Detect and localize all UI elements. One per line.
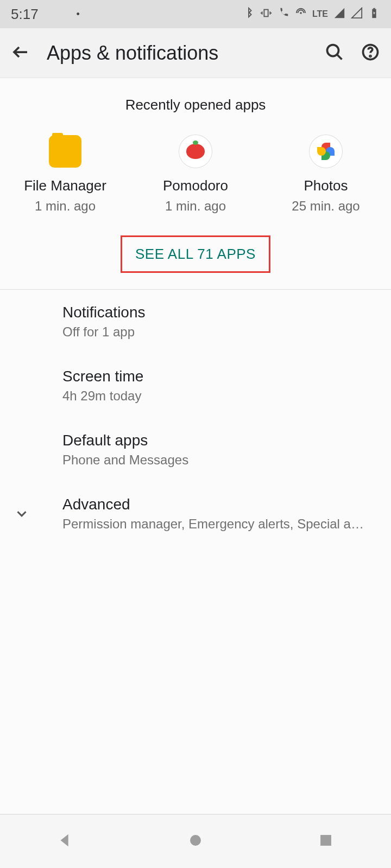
app-name: File Manager xyxy=(24,177,106,194)
app-time: 25 min. ago xyxy=(292,199,360,214)
search-icon[interactable] xyxy=(325,42,344,64)
app-time: 1 min. ago xyxy=(35,199,96,214)
svg-point-13 xyxy=(190,835,201,846)
system-nav-bar xyxy=(0,814,391,868)
dot-icon: • xyxy=(77,9,80,20)
help-icon[interactable] xyxy=(361,42,380,64)
setting-title: Notifications xyxy=(62,304,380,321)
svg-point-7 xyxy=(300,12,302,14)
hotspot-icon xyxy=(295,7,307,22)
see-all-apps-button[interactable]: SEE ALL 71 APPS xyxy=(121,235,270,273)
setting-sub: Permission manager, Emergency alerts, Sp… xyxy=(62,516,367,532)
setting-title: Advanced xyxy=(62,496,367,513)
setting-title: Default apps xyxy=(62,432,380,449)
setting-sub: 4h 29m today xyxy=(62,388,380,404)
recent-apps-row: File Manager 1 min. ago Pomodoro 1 min. … xyxy=(0,124,391,230)
tomato-icon xyxy=(179,135,212,168)
signal2-icon xyxy=(351,7,363,22)
nav-back-icon[interactable] xyxy=(56,831,74,852)
app-time: 1 min. ago xyxy=(165,199,226,214)
setting-screen-time[interactable]: Screen time 4h 29m today xyxy=(0,354,391,418)
setting-advanced[interactable]: Advanced Permission manager, Emergency a… xyxy=(0,482,391,546)
lte-label: LTE xyxy=(312,9,328,19)
app-item-pomodoro[interactable]: Pomodoro 1 min. ago xyxy=(141,135,250,214)
app-item-file-manager[interactable]: File Manager 1 min. ago xyxy=(11,135,119,214)
setting-default-apps[interactable]: Default apps Phone and Messages xyxy=(0,418,391,482)
content-area: Recently opened apps File Manager 1 min.… xyxy=(0,78,391,814)
recent-apps-header: Recently opened apps xyxy=(0,78,391,124)
folder-icon xyxy=(49,135,81,168)
vibrate-icon xyxy=(260,7,272,22)
page-title: Apps & notifications xyxy=(47,42,218,65)
chevron-down-icon xyxy=(11,503,33,525)
bluetooth-icon xyxy=(243,7,255,22)
status-bar: 5:17 • LTE xyxy=(0,0,391,28)
nav-home-icon[interactable] xyxy=(186,831,205,852)
svg-point-10 xyxy=(327,44,339,56)
app-name: Photos xyxy=(304,177,348,194)
svg-point-12 xyxy=(370,55,371,56)
volte-icon xyxy=(278,7,289,22)
svg-rect-14 xyxy=(320,835,331,846)
app-name: Pomodoro xyxy=(163,177,228,194)
svg-rect-6 xyxy=(264,9,268,16)
setting-sub: Off for 1 app xyxy=(62,324,380,340)
signal-icon xyxy=(333,7,345,22)
setting-title: Screen time xyxy=(62,368,380,385)
setting-notifications[interactable]: Notifications Off for 1 app xyxy=(0,290,391,354)
setting-sub: Phone and Messages xyxy=(62,452,380,468)
svg-rect-9 xyxy=(373,8,375,9)
status-time: 5:17 xyxy=(11,6,39,23)
battery-icon xyxy=(368,7,380,22)
nav-recent-icon[interactable] xyxy=(317,831,335,852)
app-toolbar: Apps & notifications xyxy=(0,28,391,78)
pinwheel-icon xyxy=(310,135,342,168)
back-icon[interactable] xyxy=(11,42,30,64)
app-item-photos[interactable]: Photos 25 min. ago xyxy=(272,135,380,214)
